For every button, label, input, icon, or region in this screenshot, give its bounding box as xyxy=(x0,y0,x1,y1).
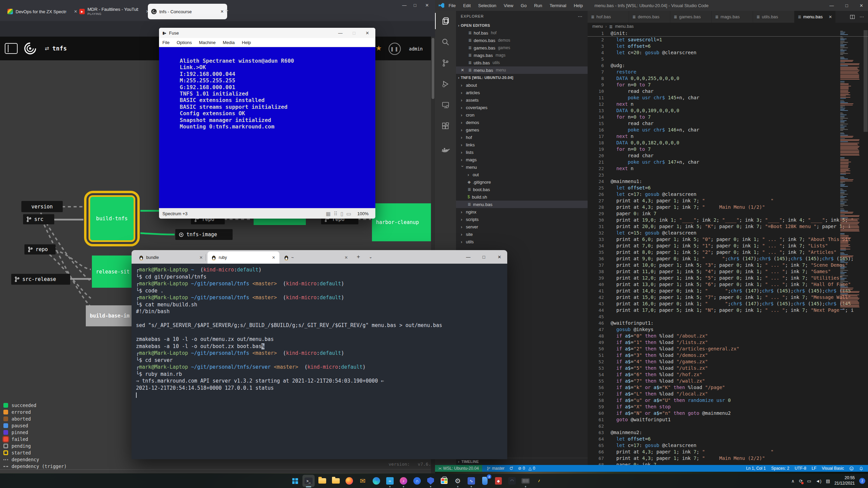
resource-version[interactable]: version xyxy=(21,201,63,212)
cursor-position[interactable]: Ln 1, Col 1 xyxy=(746,466,766,471)
taskbar-icon-firefox[interactable] xyxy=(343,475,355,487)
browser-tab-devops[interactable]: DevOps for the ZX Spectrum - n ✕ xyxy=(4,4,81,19)
tree-item-menu[interactable]: ›menu xyxy=(456,163,588,171)
terminal-body[interactable]: ┌mark@Mark-Laptop ~ (kind-micro:default)… xyxy=(132,264,507,459)
tree-item-demos[interactable]: ›demos xyxy=(456,119,588,126)
tray-expand-icon[interactable]: ∧ xyxy=(791,479,795,484)
fuse-menu-help[interactable]: Help xyxy=(242,40,251,45)
tree-item-about[interactable]: ›about xyxy=(456,81,588,89)
fuse-menu-media[interactable]: Media xyxy=(223,40,235,45)
breadcrumb[interactable]: menu›≣menu.bas xyxy=(588,23,868,30)
job-harbor-cleanup[interactable]: harbor-cleanup xyxy=(372,203,433,241)
tree-item-out[interactable]: ›out xyxy=(456,171,588,178)
browser-close-button[interactable]: ✕ xyxy=(425,3,429,8)
resource-repo[interactable]: repo xyxy=(24,244,56,255)
tree-item-articles[interactable]: ›articles xyxy=(456,89,588,96)
tree-item-.gitignore[interactable]: ◆.gitignore xyxy=(456,178,588,186)
menu-run[interactable]: Run xyxy=(534,3,542,8)
terminal-tab-ruby-active[interactable]: ruby✕ xyxy=(208,251,279,264)
sync-indicator[interactable] xyxy=(509,466,513,470)
display-tray-icon[interactable]: ▭ xyxy=(807,479,811,484)
indentation[interactable]: Spaces: 2 xyxy=(771,466,789,471)
code-editor[interactable]: 1@init:2 let savescroll=13 let offset=64… xyxy=(588,30,868,465)
close-icon[interactable]: ✕ xyxy=(199,255,203,260)
tree-item-server[interactable]: ›server xyxy=(456,223,588,230)
taskbar-icon-keeper[interactable]: ◆ xyxy=(492,475,505,487)
extensions-icon[interactable] xyxy=(435,118,456,134)
menu-selection[interactable]: Selection xyxy=(478,3,496,8)
minimap[interactable] xyxy=(840,31,863,310)
tree-item-scripts[interactable]: ›scripts xyxy=(456,216,588,223)
terminal-tab-home[interactable]: ~✕ xyxy=(280,251,352,264)
browser-tab-concourse-active[interactable]: tnfs - Concourse ✕ xyxy=(148,4,227,19)
browser-maximize-button[interactable]: □ xyxy=(414,3,416,8)
editor-tab-utils.bas[interactable]: ≣utils.bas xyxy=(753,11,794,23)
resource-src-release[interactable]: src-release xyxy=(11,274,70,285)
taskbar-icon-settings[interactable]: ⚙ xyxy=(452,475,464,487)
taskbar-icon-windows-terminal[interactable]: >_ xyxy=(302,475,315,487)
open-editor-mags.bas[interactable]: ≣mags.basmags xyxy=(456,52,588,59)
fuse-menu-file[interactable]: File xyxy=(162,40,170,45)
taskbar-icon-notes[interactable]: 4 xyxy=(479,475,491,487)
volume-icon[interactable]: ◄) xyxy=(815,479,821,484)
fuse-maximize-button[interactable]: □ xyxy=(353,30,355,36)
tree-item-assets[interactable]: ›assets xyxy=(456,96,588,104)
terminal-close-button[interactable]: ✕ xyxy=(492,250,507,264)
taskbar-icon-file-explorer[interactable] xyxy=(316,475,328,487)
editor-tab-menu.bas[interactable]: ≣menu.bas✕ xyxy=(794,11,836,23)
job-build-tnfs[interactable]: build-tnfs xyxy=(88,195,135,242)
run-debug-icon[interactable] xyxy=(435,76,456,92)
taskbar-icon-store[interactable] xyxy=(438,475,450,487)
vscode-close-button[interactable]: ✕ xyxy=(860,3,863,8)
tree-item-mags[interactable]: ›mags xyxy=(456,156,588,163)
terminal-tab-bundle[interactable]: bundle✕ xyxy=(135,251,207,264)
taskbar-icon-edge[interactable] xyxy=(370,475,382,487)
tree-item-boot.bas[interactable]: ≣boot.bas xyxy=(456,186,588,193)
fuse-title-bar[interactable]: ▮▸ Fuse — □ ✕ xyxy=(159,28,375,38)
browser-minimize-button[interactable]: — xyxy=(402,3,407,8)
feedback-icon[interactable] xyxy=(849,466,854,471)
remote-explorer-icon[interactable] xyxy=(435,97,456,113)
close-icon[interactable]: ✕ xyxy=(344,255,348,260)
open-editors-header[interactable]: › OPEN EDITORS xyxy=(456,22,588,29)
resource-src[interactable]: src xyxy=(23,214,54,224)
menu-view[interactable]: View xyxy=(504,3,513,8)
close-icon[interactable]: ✕ xyxy=(829,15,832,19)
split-editor-icon[interactable] xyxy=(850,15,855,19)
terminal-dropdown-icon[interactable]: ⌄ xyxy=(369,255,372,259)
language-mode[interactable]: Visual Basic xyxy=(822,466,844,471)
search-icon[interactable] xyxy=(435,34,456,50)
taskbar-icon-music[interactable]: ♪ xyxy=(397,475,410,487)
fuse-close-button[interactable]: ✕ xyxy=(366,30,369,36)
tree-item-menu.bas[interactable]: ≣menu.bas xyxy=(456,201,588,208)
taskbar-icon-monitor-app[interactable]: ∿ xyxy=(465,475,477,487)
editor-tab-hof.bas[interactable]: ≣hof.bas xyxy=(588,11,629,23)
fuse-menu-machine[interactable]: Machine xyxy=(199,40,216,45)
git-branch-indicator[interactable]: master xyxy=(487,466,505,471)
tree-item-covertapes[interactable]: ›covertapes xyxy=(456,104,588,111)
fuse-menu-options[interactable]: Options xyxy=(177,40,192,45)
taskbar-icon-headset[interactable]: ∩ xyxy=(411,475,423,487)
browser-tab-youtube[interactable]: ▶ MDR - Faultlines - YouTube PLAYING ✕ xyxy=(76,4,153,19)
bell-icon[interactable] xyxy=(859,466,863,471)
tree-item-games[interactable]: ›games xyxy=(456,126,588,134)
menu-terminal[interactable]: Terminal xyxy=(550,3,566,8)
tree-item-nginx[interactable]: ›nginx xyxy=(456,208,588,216)
editor-more-actions-icon[interactable]: ⋯ xyxy=(860,14,864,19)
terminal-maximize-button[interactable]: □ xyxy=(476,250,492,264)
folder-section-header[interactable]: › TNFS [WSL: UBUNTU-20.04] xyxy=(456,74,588,81)
explorer-icon[interactable] xyxy=(435,13,456,29)
terminal-minimize-button[interactable]: — xyxy=(460,250,476,264)
close-icon[interactable]: ✕ xyxy=(272,255,275,260)
menu-go[interactable]: Go xyxy=(521,3,527,8)
editor-tab-mags.bas[interactable]: ≣mags.bas xyxy=(712,11,753,23)
remote-indicator[interactable]: >< WSL: Ubuntu-20.04 xyxy=(435,465,482,472)
new-terminal-tab-button[interactable]: + xyxy=(357,253,360,260)
resource-tnfs-image[interactable]: tnfs-image xyxy=(175,229,233,240)
tree-item-utils[interactable]: ›utils xyxy=(456,238,588,245)
tree-item-links[interactable]: ›links xyxy=(456,141,588,148)
tree-item-build.sh[interactable]: $build.sh xyxy=(456,193,588,201)
close-icon[interactable]: ✕ xyxy=(220,9,224,14)
new-tab-button[interactable]: + xyxy=(224,7,229,14)
vscode-minimize-button[interactable]: — xyxy=(829,3,834,8)
